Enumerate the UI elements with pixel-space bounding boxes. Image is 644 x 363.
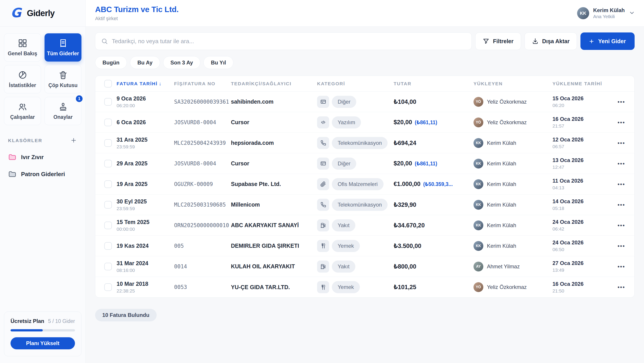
row-menu-button[interactable]: ••• (618, 202, 625, 208)
row-menu-button[interactable]: ••• (618, 284, 625, 290)
sidebar-item-label: Çalışanlar (10, 114, 35, 120)
upgrade-plan-button[interactable]: Planı Yükselt (10, 337, 75, 349)
column-header[interactable]: YÜKLEYEN (474, 81, 552, 86)
table-row[interactable]: 9 Oca 202606:20:00SA320260000039361sahib… (95, 92, 634, 112)
export-button[interactable]: Dışa Aktar (524, 32, 577, 50)
table-row[interactable]: 29 Ara 2025JOSVURD8-0004CursorDiğer$20,0… (95, 153, 634, 174)
upload-date-cell: 15 Oca 202606:20 (552, 95, 608, 108)
category-cell: Telekomünikasyon (317, 137, 394, 149)
sidebar-item-label: Genel Bakış (8, 50, 37, 56)
column-header[interactable]: YÜKLENME TARİHİ (552, 81, 608, 86)
sidebar-item-receipt[interactable]: Tüm Giderler (44, 33, 82, 62)
category-icon-badge (317, 178, 329, 190)
invoice-date-cell: 29 Ara 2025 (116, 160, 174, 167)
quick-filter-chip[interactable]: Bu Ay (130, 56, 160, 69)
row-checkbox[interactable] (104, 139, 112, 147)
row-checkbox[interactable] (104, 180, 112, 188)
row-menu-button[interactable]: ••• (618, 264, 625, 270)
search-input[interactable] (112, 38, 466, 45)
plan-progress-track (10, 329, 75, 332)
folder-list: Ivır ZıvırPatron Giderleri (0, 144, 86, 178)
row-menu-button[interactable]: ••• (618, 222, 625, 228)
table-row[interactable]: 31 Ara 202523:59:59MLC2025004243939hepsi… (95, 133, 634, 153)
folder-item[interactable]: Patron Giderleri (8, 170, 78, 178)
converted-amount: (₺861,11) (415, 161, 437, 166)
row-menu-button[interactable]: ••• (618, 181, 625, 187)
category-chip: Diğer (332, 96, 356, 108)
quick-filter-chip[interactable]: Son 3 Ay (163, 56, 200, 69)
row-actions: ••• (608, 140, 634, 146)
avatar: YÖ (474, 118, 483, 127)
row-menu-button[interactable]: ••• (618, 119, 625, 126)
add-folder-button[interactable] (70, 137, 78, 144)
row-menu-button[interactable]: ••• (618, 160, 625, 167)
row-menu-button[interactable]: ••• (618, 243, 625, 249)
column-header[interactable]: FATURA TARİHİ↓ (116, 81, 174, 86)
avatar: YÖ (474, 282, 483, 292)
supplier-cell: Cursor (231, 160, 317, 167)
table-row[interactable]: 15 Tem 202500:00:00ORN20250000000010ABC … (95, 215, 634, 236)
row-checkbox[interactable] (104, 201, 112, 208)
code-icon (320, 119, 326, 125)
sidebar-item-trash[interactable]: Çöp Kutusu (44, 65, 82, 93)
table-row[interactable]: 10 Mar 201822:38:250053YU-ÇE GIDA TAR.LT… (95, 277, 634, 298)
category-icon-badge (317, 96, 329, 108)
row-checkbox[interactable] (104, 160, 112, 168)
page-title: ABC Turizm ve Tic Ltd. (95, 5, 178, 14)
table-body: 9 Oca 202606:20:00SA320260000039361sahib… (95, 92, 634, 298)
new-expense-button[interactable]: + Yeni Gider (580, 32, 634, 50)
quick-filters: BugünBu AySon 3 AyBu Yıl (95, 56, 634, 69)
amount-cell: ₺800,00 (394, 263, 474, 270)
row-actions: ••• (608, 99, 634, 105)
row-checkbox[interactable] (104, 222, 112, 229)
quick-filter-chip[interactable]: Bugün (95, 56, 127, 69)
uploader-cell: KKKerim Külah (474, 241, 552, 251)
sidebar-item-stamp[interactable]: Onaylar1 (44, 97, 82, 125)
amount-cell: $20,00(₺861,11) (394, 160, 474, 167)
table-row[interactable]: 6 Oca 2026JOSVURD8-0004CursorYazılım$20,… (95, 112, 634, 133)
folder-icon (8, 153, 16, 161)
category-icon-badge (317, 158, 329, 170)
invoice-date-cell: 19 Kas 2024 (116, 242, 174, 249)
folder-item[interactable]: Ivır Zıvır (8, 153, 78, 161)
row-checkbox[interactable] (104, 118, 112, 126)
upload-date-cell: 24 Oca 202606:42 (552, 219, 608, 232)
table-row[interactable]: 19 Ara 2025OGUZRK-00009Supabase Pte. Ltd… (95, 174, 634, 194)
row-checkbox[interactable] (104, 263, 112, 270)
receipt-icon (58, 38, 68, 48)
plan-name: Ücretsiz Plan (10, 318, 44, 324)
avatar: KK (474, 179, 483, 189)
sidebar-item-label: Çöp Kutusu (48, 82, 78, 88)
sidebar-item-grid[interactable]: Genel Bakış (4, 33, 41, 62)
row-checkbox[interactable] (104, 242, 112, 250)
column-header[interactable]: FİŞ/FATURA NO (174, 81, 231, 86)
row-menu-button[interactable]: ••• (618, 140, 625, 146)
column-header[interactable]: TEDARİKÇİ/SAĞLAYICI (231, 81, 317, 86)
filters-button[interactable]: Filtreler (475, 32, 521, 50)
sidebar-item-users[interactable]: Çalışanlar (4, 97, 41, 125)
column-header[interactable]: TUTAR (394, 81, 474, 86)
amount-cell: $20,00(₺861,11) (394, 119, 474, 126)
invoice-date-cell: 9 Oca 202606:20:00 (116, 95, 174, 108)
column-header[interactable]: KATEGORİ (317, 81, 394, 86)
converted-amount: (₺861,11) (415, 120, 437, 125)
folder-name: Ivır Zıvır (21, 154, 44, 161)
select-all-checkbox[interactable] (104, 80, 112, 88)
quick-filter-chip[interactable]: Bu Yıl (204, 56, 234, 69)
category-chip: Ofis Malzemeleri (332, 178, 384, 190)
row-menu-button[interactable]: ••• (618, 99, 625, 105)
table-row[interactable]: 31 Mar 202408:16:000014KULAH OIL AKARYAK… (95, 256, 634, 277)
category-cell: Diğer (317, 158, 394, 170)
invoice-date-cell: 19 Ara 2025 (116, 181, 174, 187)
table-row[interactable]: 30 Eyl 202523:59:59MLC2025003190685Mille… (95, 194, 634, 215)
category-cell: Yemek (317, 240, 394, 252)
category-chip: Telekomünikasyon (332, 199, 388, 211)
document-number-cell: OGUZRK-00009 (174, 181, 231, 187)
table-row[interactable]: 19 Kas 2024005DEMIRLER GIDA ŞIRKETIYemek… (95, 236, 634, 256)
sidebar-item-pie[interactable]: İstatistikler (4, 65, 41, 93)
amount-cell: ₺104,00 (394, 98, 474, 106)
row-checkbox[interactable] (104, 98, 112, 106)
row-actions: ••• (608, 160, 634, 167)
row-checkbox[interactable] (104, 283, 112, 291)
user-menu[interactable]: KK Kerim Külah Ana Yetkili (577, 7, 635, 19)
